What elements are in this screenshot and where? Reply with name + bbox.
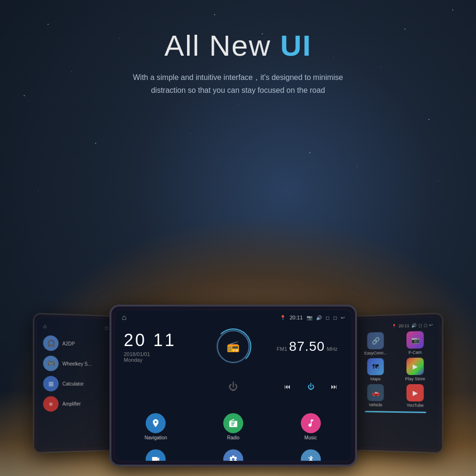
vehicle-icon: 🚗 [367,384,384,401]
vehicle-label: Vehicle [369,402,382,407]
devices-container: ⌂ ◻ 🎧 A2DP 🎮 Wheelkey S... ⊞ Calculator [0,305,476,466]
list-item[interactable]: 🎮 Wheelkey S... [41,353,110,374]
location-icon: 📍 [280,315,286,320]
youtube-icon: ▶ [407,384,424,402]
list-item[interactable]: ≡ Amplifier [41,394,110,414]
right-location-icon: 📍 [392,324,397,328]
left-status-icon: ◻ [105,326,109,330]
clock-date: 2018/01/01 [124,351,150,357]
power-button[interactable]: ⏻ [228,381,238,392]
playstore-icon: ▶ [407,357,424,375]
center-status-bar: ⌂ 📍 20:11 📷 🔊 ◻ ◻ ↩ [115,310,351,325]
nav-app-button[interactable]: Navigation [117,407,195,446]
settings-app-button[interactable]: Settings [195,446,272,461]
left-app-list: 🎧 A2DP 🎮 Wheelkey S... ⊞ Calculator ≡ Am… [40,331,111,416]
right-icon1: 🔊 [411,323,416,328]
radio-app-button[interactable]: Radio [195,407,272,446]
right-progress-bar [365,411,426,413]
screen-icon: ◻ [333,315,337,320]
clock-time: 20 11 [124,330,176,350]
wheelkey-icon: 🎮 [43,356,59,371]
right-icon3: ◻ [424,323,427,327]
calc-icon: ⊞ [43,376,59,392]
fm-band-label: FM1 [277,346,287,352]
easyconnect-label: EasyConn... [364,350,387,356]
calc-label: Calculator [62,381,84,386]
video-app-button[interactable]: Video [117,446,195,461]
clock-spacer [117,367,195,407]
youtube-label: YouTube [407,403,424,407]
amp-label: Amplifier [62,401,81,406]
power-small-button[interactable]: ⏻ [307,383,314,390]
fcam-icon: 📷 [407,331,424,348]
title-accent: UI [280,29,312,62]
prev-button[interactable]: ⏮ [284,383,291,390]
center-content: ⌂ 📍 20:11 📷 🔊 ◻ ◻ ↩ 20 11 [115,310,351,461]
fm-frequency: 87.50 [289,339,325,354]
power-cell: ⏻ [195,367,272,407]
right-status-time: 20:11 [398,323,409,328]
volume-icon: 🔊 [316,315,322,320]
nav-icon [146,413,166,433]
next-button[interactable]: ⏭ [331,383,337,390]
back-icon[interactable]: ↩ [341,315,345,320]
youtube-app-button[interactable]: ▶ YouTube [397,384,434,408]
list-item[interactable]: ⊞ Calculator [41,374,110,394]
camera-icon: 📷 [307,315,312,320]
left-device-screen: ⌂ ◻ 🎧 A2DP 🎮 Wheelkey S... ⊞ Calculator [37,317,113,449]
center-home-icon[interactable]: ⌂ [122,313,127,322]
video-icon [146,449,166,461]
subtitle-line1: With a simple and intuitive interface，it… [133,73,343,81]
radio-icon: 📻 [227,340,239,353]
maps-app-button[interactable]: 🗺 Maps [357,358,394,381]
playstore-app-button[interactable]: ▶ Play Store [397,357,434,381]
a2dp-label: A2DP [62,341,75,347]
maps-icon: 🗺 [367,358,384,375]
vehicle-app-button[interactable]: 🚗 Vehicle [357,384,394,407]
status-time: 20:11 [289,315,303,320]
a2dp-icon: 🎧 [43,335,59,351]
fcam-app-button[interactable]: 📷 F-Cam [397,331,434,355]
right-icon2: ◻ [418,323,422,327]
easyconnect-app-button[interactable]: 🔗 EasyConn... [357,332,394,356]
radio-circle: 📻 [217,330,250,363]
maps-label: Maps [370,377,380,381]
music-label: Music [305,435,317,440]
center-status-right: 📍 20:11 📷 🔊 ◻ ◻ ↩ [280,315,345,320]
right-device: 📍 20:11 🔊 ◻ ◻ ↩ 🔗 EasyConn... 📷 F-Cam 🗺 [349,313,443,454]
right-back-icon[interactable]: ↩ [429,323,433,327]
music-icon [301,413,321,433]
main-title: All New UI [0,29,476,62]
list-item[interactable]: 🎧 A2DP [41,333,110,354]
fm-unit: MHz [327,346,337,352]
bluetooth-app-button[interactable]: Bluetooth [272,446,349,461]
radio-circle-cell: 📻 [195,327,272,367]
nav-label: Navigation [145,435,167,440]
playstore-label: Play Store [405,377,425,381]
bluetooth-icon [301,449,321,461]
subtitle-line2: distraction so that you can stay focused… [151,86,325,94]
left-device: ⌂ ◻ 🎧 A2DP 🎮 Wheelkey S... ⊞ Calculator [33,313,118,454]
settings-icon [223,449,243,461]
radio-app-label: Radio [227,435,239,440]
clock-cell: 20 11 2018/01/01 Monday [117,327,195,367]
center-device-screen: ⌂ 📍 20:11 📷 🔊 ◻ ◻ ↩ 20 11 [115,310,351,461]
header-section: All New UI With a simple and intuitive i… [0,29,476,97]
easyconnect-icon: 🔗 [367,332,384,349]
amp-icon: ≡ [43,396,59,412]
title-plain: All New [164,29,280,62]
music-app-button[interactable]: Music [272,407,349,446]
fm-info-cell: FM1 87.50 MHz [272,327,349,367]
center-main-grid: 20 11 2018/01/01 Monday 📻 FM1 [115,325,351,461]
right-app-grid: 🔗 EasyConn... 📷 F-Cam 🗺 Maps ▶ Play Stor… [356,329,436,410]
left-home-icon[interactable]: ⌂ [43,323,47,329]
window-icon: ◻ [326,315,329,320]
subtitle: With a simple and intuitive interface，it… [0,71,476,97]
radio-app-icon [223,413,243,433]
center-device: ⌂ 📍 20:11 📷 🔊 ◻ ◻ ↩ 20 11 [109,305,357,466]
clock-day: Monday [124,357,142,363]
wheelkey-label: Wheelkey S... [62,361,91,367]
controls-cell: ⏮ ⏻ ⏭ [272,367,349,407]
right-device-screen: 📍 20:11 🔊 ◻ ◻ ↩ 🔗 EasyConn... 📷 F-Cam 🗺 [353,317,439,449]
fcam-label: F-Cam [408,350,422,355]
